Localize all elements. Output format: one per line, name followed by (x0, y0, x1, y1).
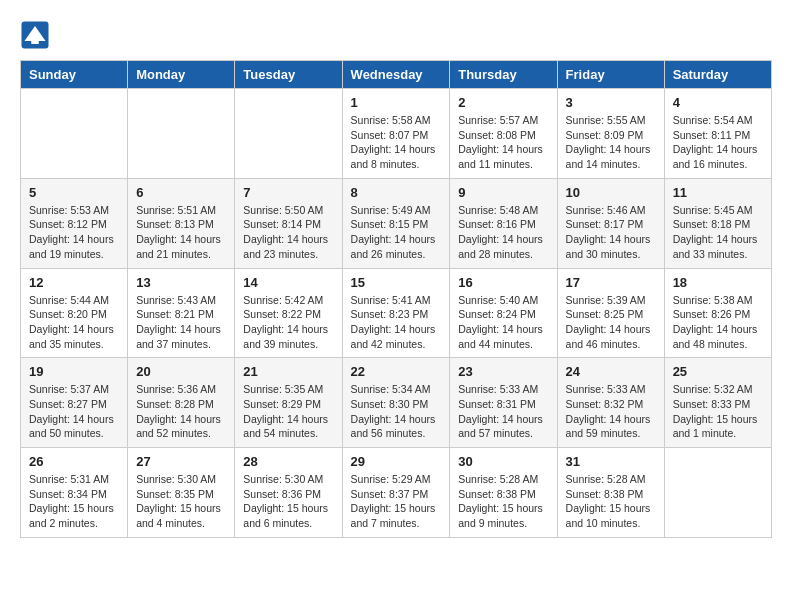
day-info: Sunrise: 5:45 AM Sunset: 8:18 PM Dayligh… (673, 203, 763, 262)
day-info: Sunrise: 5:44 AM Sunset: 8:20 PM Dayligh… (29, 293, 119, 352)
day-header-friday: Friday (557, 61, 664, 89)
day-info: Sunrise: 5:29 AM Sunset: 8:37 PM Dayligh… (351, 472, 442, 531)
day-number: 27 (136, 454, 226, 469)
day-header-tuesday: Tuesday (235, 61, 342, 89)
day-info: Sunrise: 5:36 AM Sunset: 8:28 PM Dayligh… (136, 382, 226, 441)
calendar-cell: 11Sunrise: 5:45 AM Sunset: 8:18 PM Dayli… (664, 178, 771, 268)
calendar-cell: 30Sunrise: 5:28 AM Sunset: 8:38 PM Dayli… (450, 448, 557, 538)
calendar-cell: 6Sunrise: 5:51 AM Sunset: 8:13 PM Daylig… (128, 178, 235, 268)
calendar-cell: 23Sunrise: 5:33 AM Sunset: 8:31 PM Dayli… (450, 358, 557, 448)
day-number: 21 (243, 364, 333, 379)
day-info: Sunrise: 5:39 AM Sunset: 8:25 PM Dayligh… (566, 293, 656, 352)
calendar-cell: 13Sunrise: 5:43 AM Sunset: 8:21 PM Dayli… (128, 268, 235, 358)
day-number: 29 (351, 454, 442, 469)
day-info: Sunrise: 5:53 AM Sunset: 8:12 PM Dayligh… (29, 203, 119, 262)
day-info: Sunrise: 5:57 AM Sunset: 8:08 PM Dayligh… (458, 113, 548, 172)
day-info: Sunrise: 5:37 AM Sunset: 8:27 PM Dayligh… (29, 382, 119, 441)
page-header (20, 20, 772, 50)
calendar-cell: 9Sunrise: 5:48 AM Sunset: 8:16 PM Daylig… (450, 178, 557, 268)
calendar-cell: 1Sunrise: 5:58 AM Sunset: 8:07 PM Daylig… (342, 89, 450, 179)
calendar-cell (235, 89, 342, 179)
day-number: 1 (351, 95, 442, 110)
calendar-cell: 3Sunrise: 5:55 AM Sunset: 8:09 PM Daylig… (557, 89, 664, 179)
calendar-week-5: 26Sunrise: 5:31 AM Sunset: 8:34 PM Dayli… (21, 448, 772, 538)
day-info: Sunrise: 5:28 AM Sunset: 8:38 PM Dayligh… (566, 472, 656, 531)
day-number: 30 (458, 454, 548, 469)
calendar-cell: 25Sunrise: 5:32 AM Sunset: 8:33 PM Dayli… (664, 358, 771, 448)
calendar-cell: 22Sunrise: 5:34 AM Sunset: 8:30 PM Dayli… (342, 358, 450, 448)
day-number: 8 (351, 185, 442, 200)
day-header-thursday: Thursday (450, 61, 557, 89)
day-number: 11 (673, 185, 763, 200)
day-number: 2 (458, 95, 548, 110)
day-info: Sunrise: 5:50 AM Sunset: 8:14 PM Dayligh… (243, 203, 333, 262)
day-info: Sunrise: 5:42 AM Sunset: 8:22 PM Dayligh… (243, 293, 333, 352)
day-header-saturday: Saturday (664, 61, 771, 89)
day-number: 16 (458, 275, 548, 290)
day-info: Sunrise: 5:46 AM Sunset: 8:17 PM Dayligh… (566, 203, 656, 262)
day-number: 13 (136, 275, 226, 290)
day-info: Sunrise: 5:43 AM Sunset: 8:21 PM Dayligh… (136, 293, 226, 352)
day-number: 26 (29, 454, 119, 469)
day-info: Sunrise: 5:40 AM Sunset: 8:24 PM Dayligh… (458, 293, 548, 352)
calendar-week-2: 5Sunrise: 5:53 AM Sunset: 8:12 PM Daylig… (21, 178, 772, 268)
calendar-cell (664, 448, 771, 538)
logo (20, 20, 54, 50)
calendar-cell: 18Sunrise: 5:38 AM Sunset: 8:26 PM Dayli… (664, 268, 771, 358)
calendar-cell: 5Sunrise: 5:53 AM Sunset: 8:12 PM Daylig… (21, 178, 128, 268)
calendar-cell: 10Sunrise: 5:46 AM Sunset: 8:17 PM Dayli… (557, 178, 664, 268)
day-info: Sunrise: 5:28 AM Sunset: 8:38 PM Dayligh… (458, 472, 548, 531)
day-number: 18 (673, 275, 763, 290)
day-number: 3 (566, 95, 656, 110)
day-number: 20 (136, 364, 226, 379)
day-header-sunday: Sunday (21, 61, 128, 89)
day-number: 19 (29, 364, 119, 379)
calendar-cell: 16Sunrise: 5:40 AM Sunset: 8:24 PM Dayli… (450, 268, 557, 358)
calendar-week-3: 12Sunrise: 5:44 AM Sunset: 8:20 PM Dayli… (21, 268, 772, 358)
day-number: 4 (673, 95, 763, 110)
calendar-cell: 15Sunrise: 5:41 AM Sunset: 8:23 PM Dayli… (342, 268, 450, 358)
day-number: 25 (673, 364, 763, 379)
calendar-cell (21, 89, 128, 179)
day-number: 31 (566, 454, 656, 469)
calendar-cell: 14Sunrise: 5:42 AM Sunset: 8:22 PM Dayli… (235, 268, 342, 358)
day-number: 9 (458, 185, 548, 200)
day-number: 6 (136, 185, 226, 200)
day-info: Sunrise: 5:54 AM Sunset: 8:11 PM Dayligh… (673, 113, 763, 172)
calendar-cell: 21Sunrise: 5:35 AM Sunset: 8:29 PM Dayli… (235, 358, 342, 448)
day-number: 24 (566, 364, 656, 379)
calendar-cell: 29Sunrise: 5:29 AM Sunset: 8:37 PM Dayli… (342, 448, 450, 538)
day-header-wednesday: Wednesday (342, 61, 450, 89)
day-number: 12 (29, 275, 119, 290)
day-header-monday: Monday (128, 61, 235, 89)
calendar-cell: 8Sunrise: 5:49 AM Sunset: 8:15 PM Daylig… (342, 178, 450, 268)
logo-icon (20, 20, 50, 50)
day-info: Sunrise: 5:30 AM Sunset: 8:35 PM Dayligh… (136, 472, 226, 531)
calendar-header-row: SundayMondayTuesdayWednesdayThursdayFrid… (21, 61, 772, 89)
day-number: 5 (29, 185, 119, 200)
calendar-cell: 17Sunrise: 5:39 AM Sunset: 8:25 PM Dayli… (557, 268, 664, 358)
day-info: Sunrise: 5:58 AM Sunset: 8:07 PM Dayligh… (351, 113, 442, 172)
day-info: Sunrise: 5:48 AM Sunset: 8:16 PM Dayligh… (458, 203, 548, 262)
calendar-cell: 2Sunrise: 5:57 AM Sunset: 8:08 PM Daylig… (450, 89, 557, 179)
svg-rect-2 (31, 37, 39, 45)
day-number: 28 (243, 454, 333, 469)
calendar-cell: 12Sunrise: 5:44 AM Sunset: 8:20 PM Dayli… (21, 268, 128, 358)
calendar-cell: 28Sunrise: 5:30 AM Sunset: 8:36 PM Dayli… (235, 448, 342, 538)
calendar-cell: 4Sunrise: 5:54 AM Sunset: 8:11 PM Daylig… (664, 89, 771, 179)
calendar-cell: 26Sunrise: 5:31 AM Sunset: 8:34 PM Dayli… (21, 448, 128, 538)
calendar-week-4: 19Sunrise: 5:37 AM Sunset: 8:27 PM Dayli… (21, 358, 772, 448)
calendar-cell: 24Sunrise: 5:33 AM Sunset: 8:32 PM Dayli… (557, 358, 664, 448)
day-info: Sunrise: 5:49 AM Sunset: 8:15 PM Dayligh… (351, 203, 442, 262)
day-info: Sunrise: 5:51 AM Sunset: 8:13 PM Dayligh… (136, 203, 226, 262)
day-info: Sunrise: 5:35 AM Sunset: 8:29 PM Dayligh… (243, 382, 333, 441)
calendar-cell: 27Sunrise: 5:30 AM Sunset: 8:35 PM Dayli… (128, 448, 235, 538)
calendar-cell: 31Sunrise: 5:28 AM Sunset: 8:38 PM Dayli… (557, 448, 664, 538)
day-info: Sunrise: 5:41 AM Sunset: 8:23 PM Dayligh… (351, 293, 442, 352)
day-info: Sunrise: 5:33 AM Sunset: 8:31 PM Dayligh… (458, 382, 548, 441)
calendar-cell (128, 89, 235, 179)
calendar-cell: 7Sunrise: 5:50 AM Sunset: 8:14 PM Daylig… (235, 178, 342, 268)
calendar-cell: 19Sunrise: 5:37 AM Sunset: 8:27 PM Dayli… (21, 358, 128, 448)
day-info: Sunrise: 5:55 AM Sunset: 8:09 PM Dayligh… (566, 113, 656, 172)
day-number: 17 (566, 275, 656, 290)
